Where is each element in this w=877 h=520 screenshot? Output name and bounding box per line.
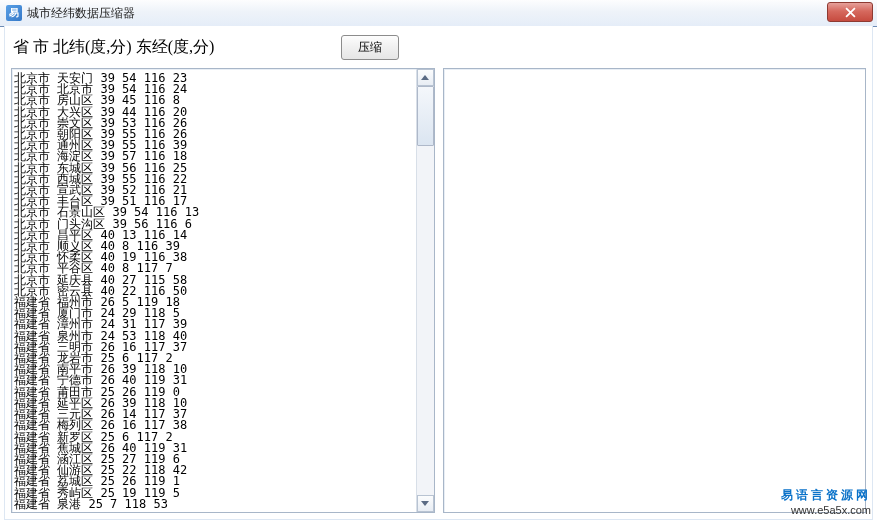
compress-button[interactable]: 压缩 [341, 35, 399, 60]
client-area: 省 市 北纬(度,分) 东经(度,分) 压缩 北京市 天安门 39 54 116… [4, 26, 873, 520]
arrow-down-icon [421, 501, 429, 506]
title-bar: 易 城市经纬数据压缩器 [0, 0, 877, 27]
scroll-up-button[interactable] [417, 69, 434, 86]
header-row: 省 市 北纬(度,分) 东经(度,分) 压缩 [11, 32, 866, 62]
app-icon: 易 [6, 5, 22, 21]
source-list[interactable]: 北京市 天安门 39 54 116 23 北京市 北京市 39 54 116 2… [12, 69, 416, 512]
scroll-down-button[interactable] [417, 495, 434, 512]
footer: 易语言资源网 www.e5a5x.com [781, 488, 871, 518]
panes: 北京市 天安门 39 54 116 23 北京市 北京市 39 54 116 2… [11, 68, 866, 513]
arrow-up-icon [421, 75, 429, 80]
footer-site-name: 易语言资源网 [781, 488, 871, 503]
output-pane[interactable] [443, 68, 867, 513]
close-button[interactable] [827, 2, 873, 22]
scrollbar [416, 69, 434, 512]
app-window: 易 城市经纬数据压缩器 省 市 北纬(度,分) 东经(度,分) 压缩 北京市 天… [0, 0, 877, 520]
window-title: 城市经纬数据压缩器 [27, 5, 135, 22]
close-icon [845, 7, 856, 18]
source-list-pane: 北京市 天安门 39 54 116 23 北京市 北京市 39 54 116 2… [11, 68, 435, 513]
column-heading: 省 市 北纬(度,分) 东经(度,分) [11, 37, 214, 58]
scroll-thumb[interactable] [417, 86, 434, 146]
footer-url: www.e5a5x.com [781, 503, 871, 518]
